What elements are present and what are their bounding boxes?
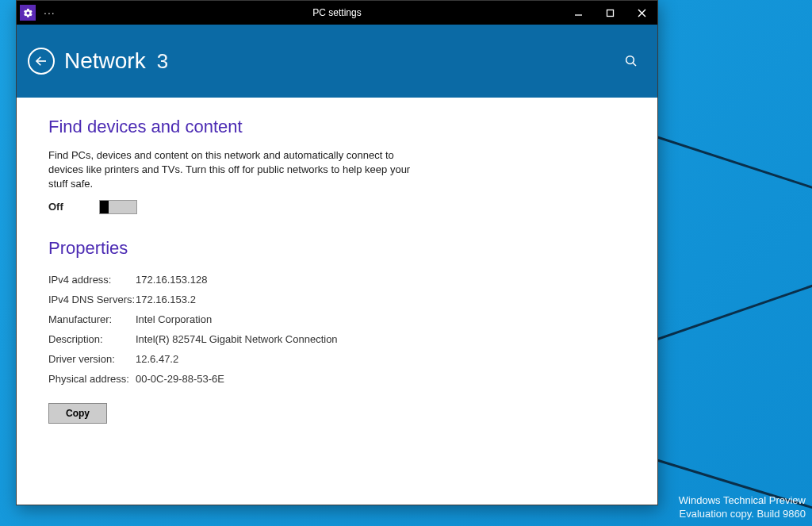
property-key: Physical address:: [48, 373, 136, 385]
svg-point-5: [626, 56, 634, 64]
property-row: IPv4 address: 172.16.153.128: [48, 270, 626, 290]
toggle-state-label: Off: [48, 201, 75, 213]
property-row: Driver version: 12.6.47.2: [48, 349, 626, 369]
property-key: Driver version:: [48, 353, 136, 365]
property-key: IPv4 address:: [48, 274, 136, 286]
svg-line-6: [633, 63, 636, 66]
copy-button[interactable]: Copy: [48, 403, 107, 424]
page-title: Network: [64, 48, 146, 74]
property-row: Manufacturer: Intel Corporation: [48, 309, 626, 329]
content-area: Find devices and content Find PCs, devic…: [17, 98, 657, 505]
page-subtitle: 3: [157, 49, 168, 74]
property-key: Description:: [48, 333, 136, 345]
window-title: PC settings: [17, 7, 657, 18]
property-row: Description: Intel(R) 82574L Gigabit Net…: [48, 329, 626, 349]
find-devices-toggle[interactable]: [99, 200, 137, 214]
property-row: Physical address: 00-0C-29-88-53-6E: [48, 369, 626, 389]
close-button[interactable]: [626, 1, 657, 25]
back-button[interactable]: [28, 48, 55, 75]
titlebar-menu-dots[interactable]: ···: [40, 6, 56, 19]
property-value: 172.16.153.2: [136, 294, 196, 305]
property-value: Intel(R) 82574L Gigabit Network Connecti…: [136, 333, 338, 345]
toggle-thumb: [100, 201, 109, 213]
find-devices-description: Find PCs, devices and content on this ne…: [48, 148, 413, 192]
maximize-button[interactable]: [594, 1, 626, 25]
search-icon[interactable]: [622, 52, 640, 70]
property-value: 12.6.47.2: [136, 353, 178, 365]
property-row: IPv4 DNS Servers: 172.16.153.2: [48, 290, 626, 309]
properties-table: IPv4 address: 172.16.153.128 IPv4 DNS Se…: [48, 270, 626, 389]
app-icon: [20, 5, 36, 21]
property-value: 00-0C-29-88-53-6E: [136, 373, 224, 385]
minimize-button[interactable]: [562, 1, 594, 25]
property-key: Manufacturer:: [48, 313, 136, 325]
watermark-line1: Windows Technical Preview: [679, 493, 806, 508]
property-key: IPv4 DNS Servers:: [48, 294, 136, 305]
page-header: Network 3: [17, 25, 657, 98]
find-devices-heading: Find devices and content: [48, 117, 626, 137]
svg-rect-1: [607, 10, 613, 16]
desktop-background: Windows Technical Preview Evaluation cop…: [0, 0, 812, 526]
windows-watermark: Windows Technical Preview Evaluation cop…: [679, 493, 806, 521]
pc-settings-window: ··· PC settings Network 3: [16, 0, 658, 505]
watermark-line2: Evaluation copy. Build 9860: [679, 507, 806, 521]
property-value: 172.16.153.128: [136, 274, 207, 286]
window-titlebar[interactable]: ··· PC settings: [17, 1, 657, 25]
property-value: Intel Corporation: [136, 313, 212, 325]
properties-heading: Properties: [48, 238, 626, 259]
